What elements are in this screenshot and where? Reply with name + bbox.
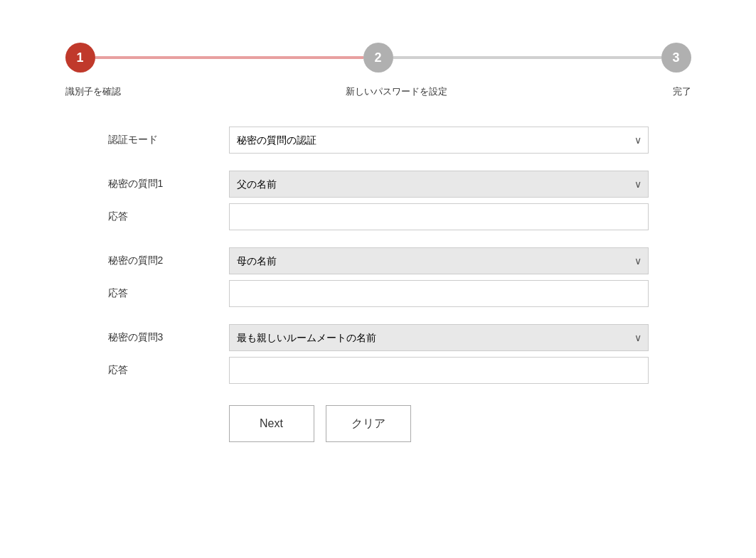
question1-group: 秘密の質問1 父の名前 母の名前 ペットの名前 出身地 ∨ 応答 — [108, 171, 649, 230]
stepper-track: 1 2 3 — [65, 43, 691, 73]
stepper: 1 2 3 識別子を確認 新しいパスワードを設定 完了 — [65, 43, 691, 98]
auth-mode-row: 認証モード 秘密の質問の認証 メール認証 SMS認証 ∨ — [108, 127, 649, 154]
question2-group: 秘密の質問2 父の名前 母の名前 ペットの名前 出身地 ∨ 応答 — [108, 247, 649, 307]
stepper-labels: 識別子を確認 新しいパスワードを設定 完了 — [65, 85, 691, 98]
answer3-row: 応答 — [108, 357, 649, 384]
auth-mode-group: 認証モード 秘密の質問の認証 メール認証 SMS認証 ∨ — [108, 127, 649, 154]
step-3-label: 完了 — [673, 85, 691, 98]
question3-label: 秘密の質問3 — [108, 331, 229, 344]
answer1-row: 応答 — [108, 203, 649, 230]
step-line-1-2 — [95, 56, 363, 59]
answer3-label: 応答 — [108, 364, 229, 377]
answer2-label: 応答 — [108, 287, 229, 300]
auth-mode-select-wrapper[interactable]: 秘密の質問の認証 メール認証 SMS認証 ∨ — [229, 127, 649, 154]
question1-row: 秘密の質問1 父の名前 母の名前 ペットの名前 出身地 ∨ — [108, 171, 649, 198]
answer1-input[interactable] — [229, 203, 649, 230]
question3-row: 秘密の質問3 最も親しいルームメートの名前 父の名前 母の名前 出身地 ∨ — [108, 324, 649, 351]
question2-select[interactable]: 父の名前 母の名前 ペットの名前 出身地 — [229, 247, 649, 274]
question3-select-wrapper[interactable]: 最も親しいルームメートの名前 父の名前 母の名前 出身地 ∨ — [229, 324, 649, 351]
answer2-input[interactable] — [229, 280, 649, 307]
buttons-container: Next クリア — [108, 405, 649, 442]
question3-group: 秘密の質問3 最も親しいルームメートの名前 父の名前 母の名前 出身地 ∨ 応答 — [108, 324, 649, 384]
question2-select-wrapper[interactable]: 父の名前 母の名前 ペットの名前 出身地 ∨ — [229, 247, 649, 274]
step-line-2-3 — [393, 56, 661, 59]
step-2-label: 新しいパスワードを設定 — [346, 85, 447, 98]
form-container: 認証モード 秘密の質問の認証 メール認証 SMS認証 ∨ 秘密の質問1 父の名前… — [108, 127, 649, 442]
step-1-label: 識別子を確認 — [65, 85, 121, 98]
answer3-input[interactable] — [229, 357, 649, 384]
answer2-row: 応答 — [108, 280, 649, 307]
question1-label: 秘密の質問1 — [108, 178, 229, 191]
auth-mode-select[interactable]: 秘密の質問の認証 メール認証 SMS認証 — [229, 127, 649, 154]
step-2-circle: 2 — [363, 43, 393, 73]
question1-select[interactable]: 父の名前 母の名前 ペットの名前 出身地 — [229, 171, 649, 198]
question2-row: 秘密の質問2 父の名前 母の名前 ペットの名前 出身地 ∨ — [108, 247, 649, 274]
question2-label: 秘密の質問2 — [108, 254, 229, 267]
step-3-circle: 3 — [661, 43, 691, 73]
auth-mode-label: 認証モード — [108, 134, 229, 146]
clear-button[interactable]: クリア — [326, 405, 411, 442]
question1-select-wrapper[interactable]: 父の名前 母の名前 ペットの名前 出身地 ∨ — [229, 171, 649, 198]
next-button[interactable]: Next — [229, 405, 314, 442]
question3-select[interactable]: 最も親しいルームメートの名前 父の名前 母の名前 出身地 — [229, 324, 649, 351]
answer1-label: 応答 — [108, 210, 229, 223]
step-1-circle: 1 — [65, 43, 95, 73]
